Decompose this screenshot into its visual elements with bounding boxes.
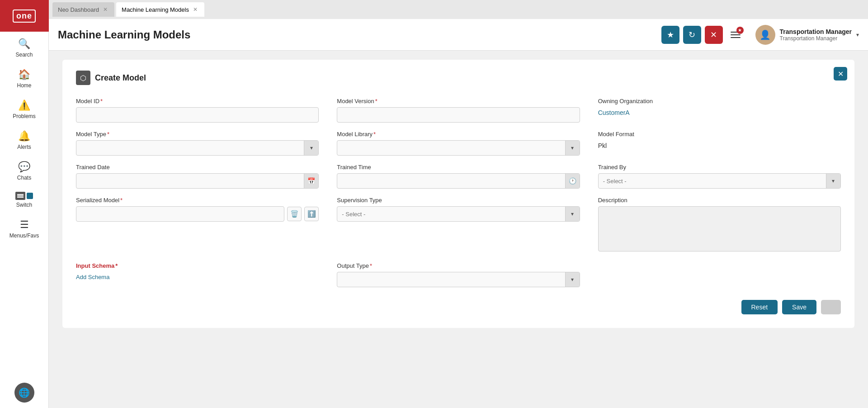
output-type-select-wrap: ▾ (337, 272, 580, 287)
refresh-button[interactable]: ↻ (683, 26, 701, 44)
menu-button[interactable]: ★ (726, 26, 745, 44)
user-dropdown-arrow[interactable]: ▾ (856, 32, 859, 38)
sidebar-item-problems[interactable]: ⚠️ Problems (0, 93, 48, 124)
owning-org-label: Owning Organization (598, 98, 841, 104)
sidebar-item-label: Problems (13, 113, 36, 119)
add-schema-link[interactable]: Add Schema (76, 274, 319, 280)
field-input-schema: Input Schema* Add Schema (76, 262, 319, 287)
page-header: Machine Learning Models ★ ↻ ✕ ★ 👤 Transp… (49, 19, 868, 51)
field-serialized-model: Serialized Model* 🗑️ ⬆️ (76, 197, 319, 222)
sidebar-item-home[interactable]: 🏠 Home (0, 62, 48, 93)
trained-date-label: Trained Date (76, 164, 319, 171)
sidebar-item-label: Alerts (17, 144, 31, 150)
model-type-label: Model Type* (76, 131, 319, 138)
problems-icon: ⚠️ (18, 100, 30, 111)
tab-ml-models[interactable]: Machine Learning Models ✕ (116, 2, 204, 17)
model-format-value: Pkl (598, 140, 841, 149)
content-area: ⬡ Create Model ✕ Model ID* Model Version… (49, 51, 868, 408)
trained-by-dropdown-arrow[interactable]: ▾ (826, 174, 840, 188)
favorite-button[interactable]: ★ (661, 26, 679, 44)
form-card-header: ⬡ Create Model (76, 71, 841, 85)
field-output-type: Output Type* ▾ (337, 262, 580, 287)
close-page-button[interactable]: ✕ (705, 26, 723, 44)
tab-close-ml-models[interactable]: ✕ (192, 6, 199, 13)
field-model-type: Model Type* ▾ (76, 131, 319, 156)
trained-date-input[interactable] (76, 174, 304, 188)
reset-button[interactable]: Reset (741, 300, 778, 314)
trained-time-wrap: 🕐 (337, 173, 580, 189)
trained-by-select-wrap: - Select - ▾ (598, 173, 841, 189)
form-row-5: Input Schema* Add Schema Output Type* ▾ (76, 262, 841, 287)
tab-bar: Neo Dashboard ✕ Machine Learning Models … (49, 0, 868, 19)
form-row-2: Model Type* ▾ Model Library* ▾ (76, 131, 841, 156)
save-button[interactable]: Save (782, 300, 816, 314)
trained-date-wrap: 📅 (76, 173, 319, 189)
input-schema-label: Input Schema* (76, 262, 319, 269)
supervision-type-label: Supervision Type (337, 197, 580, 204)
tab-close-neo-dashboard[interactable]: ✕ (102, 6, 109, 13)
model-library-label: Model Library* (337, 131, 580, 138)
close-form-button[interactable]: ✕ (834, 67, 847, 81)
trained-date-calendar-icon[interactable]: 📅 (304, 174, 318, 188)
trained-by-label: Trained By (598, 164, 841, 171)
user-role: Transportation Manager (780, 35, 852, 42)
model-type-dropdown-arrow[interactable]: ▾ (304, 141, 318, 155)
field-model-format: Model Format Pkl (598, 131, 841, 156)
model-library-dropdown-arrow[interactable]: ▾ (565, 141, 580, 155)
app-logo[interactable]: one (0, 0, 49, 32)
alerts-icon: 🔔 (18, 130, 30, 142)
field-owning-org: Owning Organization CustomerA (598, 98, 841, 123)
sidebar-item-switch[interactable]: Switch (0, 185, 48, 213)
disabled-button (821, 300, 841, 314)
trained-time-clock-icon[interactable]: 🕐 (565, 174, 580, 188)
search-icon: 🔍 (18, 38, 30, 50)
form-row-4: Serialized Model* 🗑️ ⬆️ Supervision Type… (76, 197, 841, 251)
supervision-type-input[interactable] (337, 207, 565, 221)
sidebar-item-menus[interactable]: ☰ Menus/Favs (0, 213, 48, 243)
serialized-model-input[interactable] (76, 206, 284, 222)
model-type-input[interactable] (76, 141, 304, 155)
description-textarea[interactable] (598, 206, 841, 251)
serialized-model-label: Serialized Model* (76, 197, 319, 204)
form-row-1: Model ID* Model Version* Owning Organiza… (76, 98, 841, 123)
switch-icon (15, 192, 33, 200)
supervision-type-dropdown-arrow[interactable]: ▾ (565, 207, 580, 221)
chats-icon: 💬 (18, 161, 30, 173)
sidebar-item-label: Menus/Favs (9, 232, 39, 239)
sidebar-item-chats[interactable]: 💬 Chats (0, 155, 48, 185)
supervision-type-select-wrap: ▾ (337, 206, 580, 222)
placeholder-col (598, 262, 841, 287)
sidebar-item-alerts[interactable]: 🔔 Alerts (0, 124, 48, 155)
user-section: 👤 Transportation Manager Transportation … (755, 25, 859, 45)
description-label: Description (598, 197, 841, 204)
field-trained-date: Trained Date 📅 (76, 164, 319, 189)
output-type-dropdown-arrow[interactable]: ▾ (565, 272, 580, 287)
model-library-input[interactable] (337, 141, 565, 155)
sidebar-item-label: Chats (17, 175, 31, 181)
notification-badge: ★ (736, 27, 744, 34)
model-format-label: Model Format (598, 131, 841, 138)
model-type-select-wrap: ▾ (76, 140, 319, 156)
output-type-label: Output Type* (337, 262, 580, 269)
menu-bar-2 (731, 34, 741, 35)
sidebar-item-label: Search (15, 52, 33, 58)
sidebar-item-label: Switch (16, 202, 32, 208)
output-type-input[interactable] (337, 272, 565, 287)
menu-bar-3 (731, 37, 741, 38)
model-id-input[interactable] (76, 107, 319, 123)
serialized-upload-button[interactable]: ⬆️ (304, 207, 319, 221)
main-area: Neo Dashboard ✕ Machine Learning Models … (49, 0, 868, 408)
field-supervision-type: Supervision Type ▾ (337, 197, 580, 222)
form-footer: Reset Save (76, 300, 841, 314)
trained-by-select[interactable]: - Select - (599, 174, 826, 188)
serialized-delete-button[interactable]: 🗑️ (287, 207, 302, 221)
tab-neo-dashboard[interactable]: Neo Dashboard ✕ (52, 2, 114, 17)
trained-time-input[interactable] (337, 174, 565, 188)
form-icon: ⬡ (76, 71, 90, 85)
page-title: Machine Learning Models (58, 28, 661, 41)
tab-label: Machine Learning Models (122, 6, 189, 13)
sidebar-item-search[interactable]: 🔍 Search (0, 32, 48, 62)
serialized-model-wrap: 🗑️ ⬆️ (76, 206, 319, 222)
sidebar-globe[interactable]: 🌐 (14, 383, 34, 408)
model-version-input[interactable] (337, 107, 580, 123)
